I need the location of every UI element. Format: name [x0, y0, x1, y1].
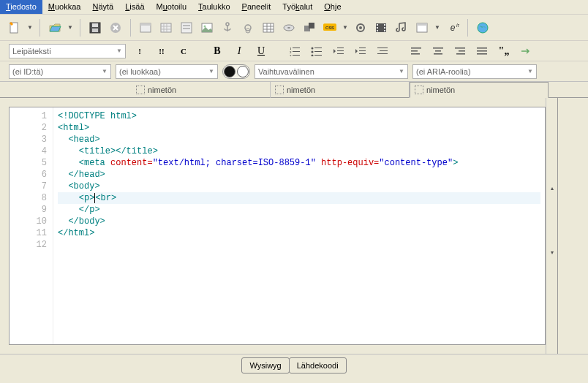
window-dropdown[interactable]: ▼ — [434, 24, 441, 31]
svg-rect-6 — [140, 23, 151, 26]
code-editor[interactable]: 123456789101112 <!DOCTYPE html><html> <h… — [9, 107, 546, 345]
id-combo[interactable]: (ei ID:tä)▼ — [9, 64, 111, 79]
color-mode-toggle[interactable] — [222, 64, 250, 79]
css-button[interactable]: CSS — [321, 19, 339, 37]
important2-button[interactable]: !! — [154, 43, 170, 59]
formula-icon[interactable]: eiπ — [444, 19, 461, 37]
disk-icon[interactable] — [280, 19, 298, 37]
menu-työkalut[interactable]: Työkalut — [276, 0, 318, 14]
svg-rect-65 — [456, 53, 465, 55]
tab-2[interactable]: nimetön — [410, 82, 549, 98]
svg-rect-26 — [377, 27, 378, 29]
outdent-button[interactable] — [331, 43, 347, 59]
list-numbered-button[interactable]: 123 — [287, 43, 303, 59]
vertical-scrollbar[interactable]: ▴ ▾ — [546, 98, 557, 354]
menu-näytä[interactable]: Näytä — [86, 0, 119, 14]
paragraph-style-combo[interactable]: Leipäteksti▼ — [9, 44, 126, 58]
calendar2-icon[interactable] — [157, 19, 175, 37]
deflist-button[interactable] — [374, 43, 391, 59]
svg-rect-57 — [411, 48, 421, 49]
window-icon[interactable] — [413, 19, 431, 37]
italic-button[interactable]: I — [231, 43, 247, 59]
direction-button[interactable] — [518, 43, 534, 59]
form-icon[interactable] — [178, 19, 195, 37]
menu-tiedosto[interactable]: Tiedosto — [0, 0, 42, 14]
menu-ohje[interactable]: Ohje — [318, 0, 347, 14]
class-combo[interactable]: (ei luokkaa)▼ — [116, 64, 218, 79]
light-mode-radio[interactable] — [237, 66, 249, 77]
svg-rect-2 — [92, 23, 98, 27]
svg-rect-7 — [161, 23, 171, 32]
svg-rect-32 — [417, 23, 427, 26]
svg-rect-55 — [380, 50, 388, 51]
film-icon[interactable] — [372, 19, 390, 37]
menu-muotoilu[interactable]: Muotoilu — [151, 0, 193, 14]
svg-rect-63 — [455, 48, 465, 49]
svg-point-23 — [359, 26, 362, 29]
svg-rect-37 — [293, 48, 300, 48]
svg-rect-30 — [384, 30, 385, 31]
svg-point-44 — [312, 50, 314, 53]
menu-taulukko[interactable]: Taulukko — [192, 0, 235, 14]
bold-button[interactable]: B — [209, 43, 225, 59]
svg-rect-3 — [92, 29, 98, 32]
quote-button[interactable]: "„ — [496, 43, 512, 59]
lähdekoodi-view-button[interactable]: Lähdekoodi — [289, 357, 347, 373]
menu-muokkaa[interactable]: Muokkaa — [42, 0, 87, 14]
align-center-button[interactable] — [430, 43, 446, 59]
save-button[interactable] — [86, 19, 104, 37]
globe-icon[interactable] — [474, 19, 491, 37]
close-button[interactable] — [107, 19, 124, 37]
wysiwyg-view-button[interactable]: Wysiwyg — [241, 357, 289, 373]
underline-button[interactable]: U — [253, 43, 269, 59]
css-dropdown[interactable]: ▼ — [342, 24, 349, 31]
align-right-button[interactable] — [452, 43, 468, 59]
svg-rect-47 — [314, 55, 322, 56]
music-icon[interactable] — [393, 19, 410, 37]
indent-button[interactable] — [353, 43, 369, 59]
svg-text:3: 3 — [290, 54, 292, 56]
svg-rect-48 — [337, 48, 344, 48]
scroll-up-arrow[interactable]: ▴ — [546, 183, 557, 193]
open-button[interactable] — [46, 19, 64, 37]
tab-icon — [136, 86, 145, 94]
svg-text:e: e — [451, 23, 456, 33]
align-justify-button[interactable] — [474, 43, 490, 59]
svg-point-42 — [312, 47, 314, 49]
tab-1[interactable]: nimetön — [271, 82, 410, 98]
svg-rect-15 — [263, 23, 274, 32]
new-doc-button[interactable] — [6, 19, 23, 37]
shape-icon[interactable] — [301, 19, 318, 37]
menu-lisää[interactable]: Lisää — [119, 0, 150, 14]
align-left-button[interactable] — [408, 43, 424, 59]
main-toolbar: ▼ ▼ CSS ▼ ▼ eiπ — [0, 15, 588, 41]
gear-icon[interactable] — [352, 19, 369, 37]
width-combo[interactable]: Vaihtuvavälinen▼ — [255, 64, 408, 79]
svg-rect-52 — [359, 50, 366, 51]
attributes-toolbar: (ei ID:tä)▼ (ei luokkaa)▼ Vaihtuvaväline… — [0, 61, 588, 82]
svg-rect-59 — [411, 53, 420, 55]
svg-rect-9 — [183, 25, 190, 26]
svg-rect-50 — [337, 53, 344, 54]
link-icon[interactable] — [239, 19, 257, 37]
image-icon[interactable] — [198, 19, 216, 37]
menu-paneelit[interactable]: Paneelit — [236, 0, 277, 14]
svg-rect-62 — [434, 53, 442, 55]
tab-label: nimetön — [426, 86, 455, 94]
anchor-icon[interactable] — [219, 19, 236, 37]
dark-mode-radio[interactable] — [224, 66, 235, 77]
scroll-down-arrow[interactable]: ▾ — [546, 247, 557, 257]
aria-combo[interactable]: (ei ARIA-roolia)▼ — [412, 64, 537, 79]
code-content[interactable]: <!DOCTYPE html><html> <head> <title></ti… — [53, 107, 545, 344]
svg-rect-66 — [477, 48, 487, 49]
svg-rect-54 — [377, 48, 388, 48]
new-doc-dropdown[interactable]: ▼ — [26, 24, 34, 31]
calendar-icon[interactable] — [137, 19, 154, 37]
important1-button[interactable]: ! — [132, 43, 148, 59]
table-insert-icon[interactable] — [260, 19, 277, 37]
code-button[interactable]: C — [176, 43, 192, 59]
menubar: TiedostoMuokkaaNäytäLisääMuotoiluTaulukk… — [0, 0, 588, 15]
list-bullet-button[interactable] — [309, 43, 325, 59]
open-dropdown[interactable]: ▼ — [67, 24, 74, 31]
tab-0[interactable]: nimetön — [132, 82, 271, 98]
